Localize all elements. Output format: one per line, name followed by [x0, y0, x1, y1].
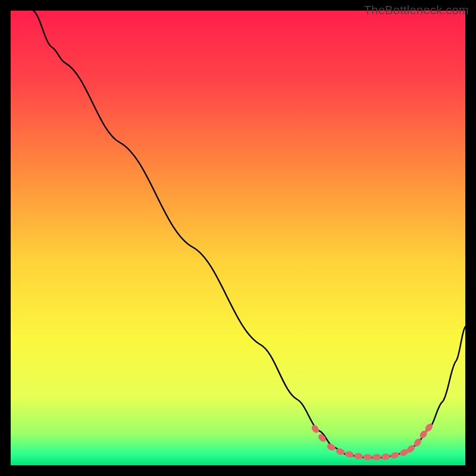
- chart-canvas: [0, 0, 476, 476]
- frame-right: [465, 0, 476, 476]
- watermark-text: TheBottleneck.com: [364, 4, 469, 17]
- plot-background: [11, 11, 465, 465]
- frame-left: [0, 0, 11, 476]
- optimal-dot: [363, 454, 372, 460]
- frame-bottom: [0, 465, 476, 476]
- bottleneck-chart: TheBottleneck.com: [0, 0, 476, 476]
